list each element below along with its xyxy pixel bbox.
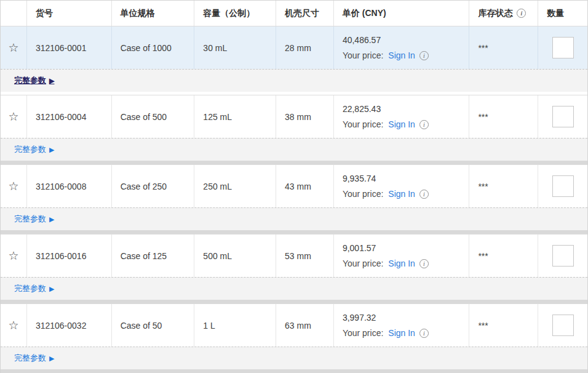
full-specs-link[interactable]: 完整参数 ▶ xyxy=(14,353,54,364)
case-size-cell: 63 mm xyxy=(276,304,333,347)
price-cell: 9,935.74 Your price: Sign In i xyxy=(333,165,469,207)
header-unit-price: 单价 (CNY) xyxy=(333,1,469,26)
product-block: ☆ 312106-0004 Case of 500 125 mL 38 mm 2… xyxy=(1,95,587,161)
catalog-number-cell: 312106-0001 xyxy=(26,26,111,69)
favorite-cell: ☆ xyxy=(1,235,26,277)
favorite-star-icon[interactable]: ☆ xyxy=(8,250,18,262)
favorite-cell: ☆ xyxy=(1,304,26,347)
favorite-star-icon[interactable]: ☆ xyxy=(8,42,18,54)
sign-in-link[interactable]: Sign In xyxy=(388,328,415,338)
table-row: ☆ 312106-0032 Case of 50 1 L 63 mm 3,997… xyxy=(1,303,587,347)
product-blocks: ☆ 312106-0001 Case of 1000 30 mL 28 mm 4… xyxy=(1,26,587,369)
product-block: ☆ 312106-0016 Case of 125 500 mL 53 mm 9… xyxy=(1,234,587,300)
table-header-row: 货号 单位规格 容量（公制） 机壳尺寸 单价 (CNY) 库存状态 i 数量 xyxy=(1,1,587,26)
full-specs-label: 完整参数 xyxy=(14,353,46,364)
price-info-icon[interactable]: i xyxy=(419,51,429,60)
header-capacity-metric: 容量（公制） xyxy=(194,1,276,26)
capacity-cell: 250 mL xyxy=(194,165,276,207)
your-price-label: Your price: xyxy=(343,189,383,199)
header-catalog-number: 货号 xyxy=(26,1,111,26)
favorite-cell: ☆ xyxy=(1,165,26,207)
quantity-input[interactable] xyxy=(552,315,574,336)
expand-row: 完整参数 ▶ xyxy=(1,277,587,300)
availability-cell: *** xyxy=(469,304,538,347)
favorite-star-icon[interactable]: ☆ xyxy=(8,319,18,331)
header-quantity: 数量 xyxy=(538,1,587,26)
quantity-input[interactable] xyxy=(552,37,574,58)
list-price: 9,935.74 xyxy=(343,174,469,183)
capacity-cell: 125 mL xyxy=(194,95,276,138)
capacity-cell: 30 mL xyxy=(194,26,276,69)
availability-cell: *** xyxy=(469,235,538,277)
header-unit-size: 单位规格 xyxy=(111,1,194,26)
price-info-icon[interactable]: i xyxy=(419,190,429,199)
full-specs-link[interactable]: 完整参数 ▶ xyxy=(14,144,54,155)
price-cell: 22,825.43 Your price: Sign In i xyxy=(333,95,469,138)
favorite-star-icon[interactable]: ☆ xyxy=(8,180,18,192)
header-availability-label: 库存状态 xyxy=(478,8,512,19)
product-block: ☆ 312106-0032 Case of 50 1 L 63 mm 3,997… xyxy=(1,303,587,369)
full-specs-label: 完整参数 xyxy=(14,75,46,86)
quantity-cell xyxy=(538,95,587,138)
quantity-input[interactable] xyxy=(552,245,574,267)
quantity-input[interactable] xyxy=(552,175,574,197)
sign-in-link[interactable]: Sign In xyxy=(388,259,415,268)
product-block: ☆ 312106-0008 Case of 250 250 mL 43 mm 9… xyxy=(1,164,587,230)
sign-in-link[interactable]: Sign In xyxy=(388,50,415,60)
price-info-icon[interactable]: i xyxy=(419,120,429,129)
unit-size-cell: Case of 250 xyxy=(111,165,194,207)
catalog-number-cell: 312106-0004 xyxy=(26,95,111,138)
full-specs-link[interactable]: 完整参数 ▶ xyxy=(14,75,54,86)
quantity-input[interactable] xyxy=(552,106,574,127)
expand-arrow-icon: ▶ xyxy=(49,215,54,223)
full-specs-label: 完整参数 xyxy=(14,144,46,155)
catalog-number-cell: 312106-0016 xyxy=(26,235,111,277)
availability-cell: *** xyxy=(469,26,538,69)
catalog-number-cell: 312106-0032 xyxy=(26,304,111,347)
product-table: 货号 单位规格 容量（公制） 机壳尺寸 单价 (CNY) 库存状态 i 数量 ☆… xyxy=(0,0,588,373)
quantity-cell xyxy=(538,26,587,69)
price-info-icon[interactable]: i xyxy=(419,259,429,268)
case-size-cell: 38 mm xyxy=(276,95,333,138)
list-price: 9,001.57 xyxy=(343,243,469,253)
expand-arrow-icon: ▶ xyxy=(49,285,54,293)
expand-row: 完整参数 ▶ xyxy=(1,138,587,161)
list-price: 40,486.57 xyxy=(343,35,469,45)
favorite-cell: ☆ xyxy=(1,26,26,69)
full-specs-label: 完整参数 xyxy=(14,283,46,294)
quantity-cell xyxy=(538,165,587,207)
table-row: ☆ 312106-0001 Case of 1000 30 mL 28 mm 4… xyxy=(1,26,587,69)
case-size-cell: 43 mm xyxy=(276,165,333,207)
sign-in-link[interactable]: Sign In xyxy=(388,119,415,129)
expand-row: 完整参数 ▶ xyxy=(1,347,587,369)
availability-cell: *** xyxy=(469,95,538,138)
table-row: ☆ 312106-0008 Case of 250 250 mL 43 mm 9… xyxy=(1,164,587,207)
full-specs-label: 完整参数 xyxy=(14,214,46,225)
price-cell: 3,997.32 Your price: Sign In i xyxy=(333,304,469,347)
header-availability: 库存状态 i xyxy=(469,1,538,26)
quantity-cell xyxy=(538,304,587,347)
list-price: 3,997.32 xyxy=(343,313,469,323)
your-price-label: Your price: xyxy=(343,50,383,60)
your-price-label: Your price: xyxy=(343,328,383,338)
availability-info-icon[interactable]: i xyxy=(517,9,526,18)
bottom-separator xyxy=(1,369,587,373)
your-price-label: Your price: xyxy=(343,119,383,129)
case-size-cell: 53 mm xyxy=(276,235,333,277)
price-cell: 40,486.57 Your price: Sign In i xyxy=(333,26,469,69)
unit-size-cell: Case of 50 xyxy=(111,304,194,347)
catalog-number-cell: 312106-0008 xyxy=(26,165,111,207)
sign-in-link[interactable]: Sign In xyxy=(388,189,415,199)
expand-row: 完整参数 ▶ xyxy=(1,207,587,230)
capacity-cell: 500 mL xyxy=(194,235,276,277)
availability-cell: *** xyxy=(469,165,538,207)
favorite-star-icon[interactable]: ☆ xyxy=(8,111,18,122)
your-price-label: Your price: xyxy=(343,259,383,268)
header-case-size: 机壳尺寸 xyxy=(276,1,333,26)
expand-arrow-icon: ▶ xyxy=(49,77,54,85)
capacity-cell: 1 L xyxy=(194,304,276,347)
full-specs-link[interactable]: 完整参数 ▶ xyxy=(14,283,54,294)
table-row: ☆ 312106-0016 Case of 125 500 mL 53 mm 9… xyxy=(1,234,587,277)
full-specs-link[interactable]: 完整参数 ▶ xyxy=(14,214,54,225)
price-info-icon[interactable]: i xyxy=(419,329,429,338)
